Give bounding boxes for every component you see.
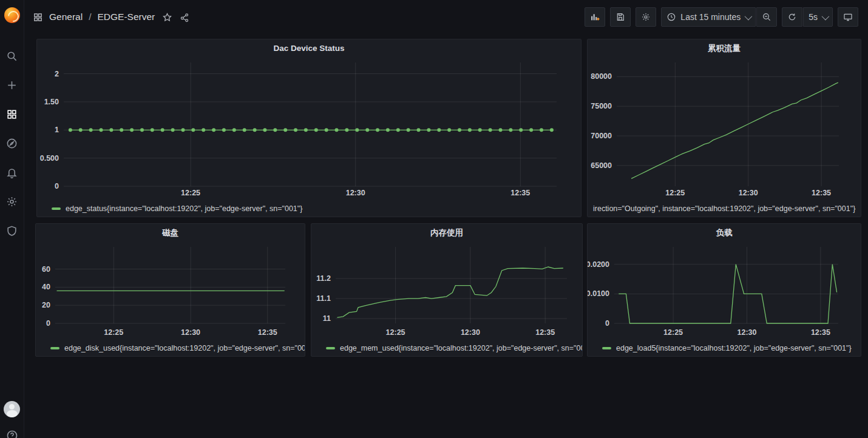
svg-text:12:30: 12:30 (739, 189, 758, 197)
legend-series-label[interactable]: edge_load5{instance="localhost:19202", j… (616, 344, 852, 352)
svg-text:20: 20 (42, 301, 50, 309)
app-root: General / EDGE-Server (0, 0, 868, 438)
breadcrumb-dashboard[interactable]: EDGE-Server (97, 12, 155, 22)
refresh-controls: 5s (782, 7, 833, 27)
legend-series-label[interactable]: edge_mem_used{instance="localhost:19202"… (340, 344, 582, 352)
alerting-bell-icon[interactable] (0, 158, 24, 187)
svg-text:1: 1 (55, 126, 59, 134)
legend-series-swatch (602, 347, 611, 349)
svg-text:12:30: 12:30 (181, 328, 200, 337)
legend-series-swatch (326, 347, 335, 349)
panel-dac-device-status: Dac Device Status 00.50011.50212:2512:30… (36, 39, 581, 217)
dashboard-toolbar: General / EDGE-Server (24, 0, 868, 34)
configuration-gear-icon[interactable] (0, 187, 24, 216)
legend-series-swatch (50, 347, 59, 349)
save-dashboard-button[interactable] (610, 7, 631, 27)
svg-text:40: 40 (42, 283, 50, 291)
toolbar-actions: Last 15 minutes 5s (585, 7, 858, 27)
side-menu (0, 0, 24, 438)
chevron-down-icon (745, 12, 753, 20)
svg-text:12:25: 12:25 (663, 328, 683, 337)
main-area: General / EDGE-Server (24, 0, 868, 438)
refresh-interval-picker[interactable]: 5s (803, 7, 833, 27)
svg-text:0.500: 0.500 (40, 154, 59, 163)
svg-text:0: 0 (605, 319, 609, 328)
legend: irection="Outgoing", instance="localhost… (588, 201, 861, 217)
svg-text:12:30: 12:30 (346, 189, 365, 197)
time-range-picker[interactable]: Last 15 minutes (661, 7, 756, 27)
help-icon[interactable] (6, 430, 18, 438)
clock-icon (666, 12, 676, 22)
svg-text:60: 60 (42, 265, 50, 274)
svg-text:2: 2 (55, 70, 59, 78)
panel-memory-usage: 内存使用 1111.111.212:2512:3012:35 edge_mem_… (311, 223, 583, 357)
svg-text:12:35: 12:35 (811, 328, 830, 337)
svg-text:0: 0 (46, 319, 50, 328)
zoom-out-button[interactable] (756, 7, 777, 27)
svg-text:12:25: 12:25 (386, 328, 405, 337)
panel-title[interactable]: 负载 (588, 224, 861, 242)
legend-series-label[interactable]: irection="Outgoing", instance="localhost… (593, 204, 855, 213)
breadcrumb: General / EDGE-Server (33, 12, 190, 22)
timeseries-chart[interactable]: 1111.111.212:2512:3012:35 (311, 242, 582, 340)
svg-text:12:35: 12:35 (258, 328, 277, 337)
svg-text:70000: 70000 (591, 132, 612, 140)
svg-text:80000: 80000 (591, 72, 612, 81)
grafana-logo-icon[interactable] (4, 7, 20, 23)
time-controls: Last 15 minutes (661, 7, 777, 27)
panel-disk: 磁盘 020406012:2512:3012:35 edge_disk_used… (35, 223, 305, 357)
refresh-button[interactable] (782, 7, 802, 27)
dashboard-settings-button[interactable] (636, 7, 656, 27)
time-range-label: Last 15 minutes (680, 12, 741, 22)
timeseries-chart[interactable]: 020406012:2512:3012:35 (36, 242, 305, 340)
svg-text:12:30: 12:30 (461, 328, 480, 337)
timeseries-chart[interactable]: 6500070000750008000012:2512:3012:35 (588, 58, 861, 201)
svg-text:75000: 75000 (591, 102, 612, 110)
share-icon[interactable] (180, 12, 190, 22)
panel-title[interactable]: 磁盘 (36, 224, 305, 242)
svg-text:12:30: 12:30 (737, 328, 757, 337)
legend: edge_load5{instance="localhost:19202", j… (588, 340, 861, 356)
legend-series-label[interactable]: edge_disk_used{instance="localhost:19202… (64, 344, 305, 352)
refresh-interval-label: 5s (809, 12, 818, 22)
tv-cycle-button[interactable] (838, 7, 858, 27)
timeseries-chart[interactable]: 00.50011.50212:2512:3012:35 (37, 58, 581, 201)
svg-text:12:35: 12:35 (535, 328, 555, 337)
create-plus-icon[interactable] (0, 70, 24, 99)
svg-text:11.1: 11.1 (316, 294, 331, 303)
svg-text:11.2: 11.2 (316, 274, 331, 283)
svg-text:12:25: 12:25 (181, 189, 200, 197)
dashboards-icon[interactable] (0, 99, 24, 129)
timeseries-chart[interactable]: 00.01000.020012:2512:3012:35 (588, 242, 861, 340)
dashboard-grid: Dac Device Status 00.50011.50212:2512:30… (24, 34, 868, 438)
legend: edge_status{instance="localhost:19202", … (37, 201, 581, 217)
svg-text:0.0100: 0.0100 (588, 289, 609, 298)
chevron-down-icon (822, 12, 830, 20)
svg-text:11: 11 (323, 314, 331, 323)
svg-text:65000: 65000 (591, 161, 612, 170)
explore-compass-icon[interactable] (0, 129, 24, 158)
panel-title[interactable]: Dac Device Status (37, 39, 581, 58)
legend: edge_disk_used{instance="localhost:19202… (36, 340, 305, 356)
svg-text:0: 0 (55, 182, 59, 190)
svg-text:12:35: 12:35 (510, 189, 530, 197)
breadcrumb-separator: / (89, 12, 91, 22)
svg-text:1.50: 1.50 (44, 98, 59, 106)
dashboard-grid-icon (33, 12, 43, 22)
panel-title[interactable]: 内存使用 (311, 224, 582, 242)
panel-cumulative-traffic: 累积流量 6500070000750008000012:2512:3012:35… (587, 39, 861, 217)
search-icon[interactable] (0, 41, 24, 70)
svg-text:12:25: 12:25 (104, 328, 123, 337)
server-admin-shield-icon[interactable] (0, 216, 24, 245)
breadcrumb-folder[interactable]: General (49, 12, 83, 22)
favorite-star-icon[interactable] (162, 12, 172, 22)
legend-series-swatch (52, 207, 61, 210)
legend-series-label[interactable]: edge_status{instance="localhost:19202", … (66, 204, 302, 213)
add-panel-button[interactable] (585, 7, 605, 27)
user-avatar[interactable] (4, 401, 20, 417)
legend: edge_mem_used{instance="localhost:19202"… (311, 340, 582, 356)
svg-text:12:35: 12:35 (812, 189, 831, 197)
svg-text:0.0200: 0.0200 (588, 260, 609, 269)
panel-title[interactable]: 累积流量 (588, 39, 861, 58)
svg-text:12:25: 12:25 (665, 189, 685, 197)
